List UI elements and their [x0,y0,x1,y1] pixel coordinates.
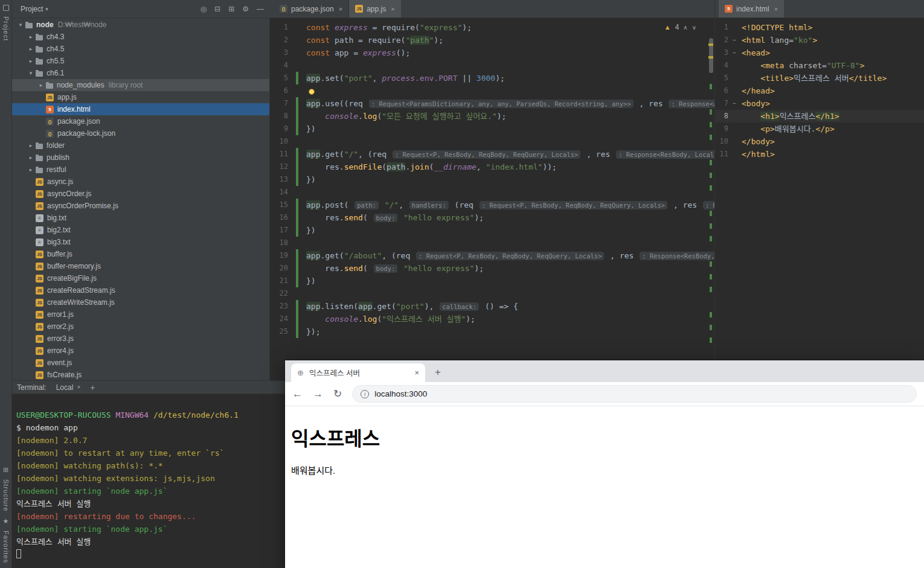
close-icon[interactable]: × [77,384,80,391]
settings-icon[interactable]: ⚙ [242,5,249,13]
tree-item-buffer-memory.js[interactable]: JSbuffer-memory.js [12,260,269,272]
tree-item-error3.js[interactable]: JSerror3.js [12,333,269,345]
inspections-widget[interactable]: ▲ 4 ∧ ∨ [664,23,696,31]
terminal-tab-local[interactable]: Local × [56,383,81,392]
chevron-down-icon[interactable]: ▾ [16,22,25,28]
code-line-7[interactable]: 7−<body> [715,97,924,110]
next-warning-icon[interactable]: ∨ [692,24,696,31]
code-line-13[interactable]: 13}) [270,173,714,186]
code-line-8[interactable]: 8 <h1>익스프레스</h1> [715,110,924,123]
refresh-button[interactable]: ↻ [333,388,342,400]
tree-item-publish[interactable]: ▸publish [12,152,269,164]
code-line-22[interactable]: 22 [270,287,714,300]
address-bar[interactable]: i localhost:3000 [352,385,917,403]
code-line-20[interactable]: 20 res.send( body: "hello express"); [270,262,714,275]
tree-item-buffer.js[interactable]: JSbuffer.js [12,248,269,260]
close-icon[interactable]: × [391,5,394,13]
expand-all-icon[interactable]: ⊞ [228,5,234,13]
code-line-18[interactable]: 18 [270,237,714,249]
code-line-4[interactable]: 4 [270,59,714,72]
code-line-23[interactable]: 23app.listen(app.get("port"), callback: … [270,300,714,313]
editor-tab-package.json[interactable]: {}package.json× [274,0,349,18]
code-line-10[interactable]: 10 [270,135,714,148]
chevron-right-icon[interactable]: ▸ [26,167,36,173]
toolwindow-label-structure[interactable]: Structure [2,479,10,512]
code-line-10[interactable]: 10</body> [715,135,924,148]
code-line-9[interactable]: 9 <p>배워봅시다.</p> [715,123,924,135]
tree-item-asyncOrder.js[interactable]: JSasyncOrder.js [12,188,269,200]
code-line-4[interactable]: 4 <meta charset="UTF-8"> [715,59,924,72]
chevron-right-icon[interactable]: ▸ [26,46,36,52]
code-line-5[interactable]: 5app.set("port", process.env.PORT || 300… [270,72,714,85]
hide-panel-icon[interactable]: — [257,5,264,13]
tree-item-fsCreate.js[interactable]: JSfsCreate.js [12,369,269,380]
tree-item-ch4.3[interactable]: ▸ch4.3 [12,31,269,43]
tree-item-ch4.5[interactable]: ▸ch4.5 [12,43,269,55]
tree-item-big3.txt[interactable]: ≡big3.txt [12,236,269,248]
code-line-6[interactable]: 6 [270,85,714,97]
chevron-right-icon[interactable]: ▸ [26,142,36,148]
code-line-14[interactable]: 14 [270,186,714,199]
code-line-5[interactable]: 5 <title>익스프레스 서버</title> [715,72,924,85]
fold-icon[interactable]: − [731,46,738,59]
code-line-2[interactable]: 2const path = require("path"); [270,34,714,46]
tree-item-async.js[interactable]: JSasync.js [12,176,269,188]
editor-tab-index.html[interactable]: 5index.html× [719,0,784,18]
code-line-21[interactable]: 21}) [270,275,714,287]
stripe-warning-mark[interactable] [708,56,713,59]
editor-tab-app.js[interactable]: JSapp.js× [349,0,401,18]
code-line-16[interactable]: 16 res.send( body: "hello express"); [270,211,714,224]
tree-item-createReadStream.js[interactable]: JScreateReadStream.js [12,284,269,296]
chevron-down-icon[interactable]: ▾ [45,6,48,12]
locate-icon[interactable]: ◎ [201,5,207,13]
code-line-15[interactable]: 15app.post( path: "/", handlers: (req : … [270,199,714,211]
tree-item-package.json[interactable]: {}package.json [12,115,269,127]
collapse-all-icon[interactable]: ⊟ [214,5,220,13]
code-line-19[interactable]: 19app.get("/about", (req : Request<P, Re… [270,249,714,262]
code-line-6[interactable]: 6</head> [715,85,924,97]
code-line-11[interactable]: 11</html> [715,148,924,161]
code-line-7[interactable]: 7app.use((req : Request<ParamsDictionary… [270,97,714,110]
tree-item-folder[interactable]: ▸folder [12,139,269,152]
code-line-24[interactable]: 24 console.log("익스프레스 서버 실행"); [270,313,714,325]
info-icon[interactable]: i [361,390,369,398]
star-icon[interactable]: ★ [3,517,9,525]
code-line-12[interactable]: 12 res.sendFile(path.join(__dirname, "in… [270,161,714,173]
tree-item-ch6.1[interactable]: ▾ch6.1 [12,67,269,79]
close-icon[interactable]: × [339,5,342,13]
intention-bulb-icon[interactable] [309,89,315,95]
back-button[interactable]: ← [292,388,303,400]
fold-icon[interactable]: − [731,97,738,110]
prev-warning-icon[interactable]: ∧ [683,24,687,31]
code-line-1[interactable]: 1<!DOCTYPE html> [715,21,924,34]
tree-item-ch5.5[interactable]: ▸ch5.5 [12,55,269,67]
structure-icon[interactable]: ⊞ [3,466,8,474]
fold-icon[interactable]: − [731,34,738,46]
tree-item-package-lock.json[interactable]: {}package-lock.json [12,127,269,139]
tree-item-event.js[interactable]: JSevent.js [12,357,269,369]
close-icon[interactable]: × [414,368,419,377]
stripe-warning-mark[interactable] [708,43,713,46]
tree-item-big2.txt[interactable]: ≡big2.txt [12,224,269,236]
code-line-17[interactable]: 17}) [270,224,714,237]
code-line-3[interactable]: 3const app = express(); [270,46,714,59]
chevron-right-icon[interactable]: ▸ [26,34,36,40]
tree-item-restful[interactable]: ▸restful [12,164,269,176]
new-terminal-button[interactable]: + [90,383,95,392]
tree-item-big.txt[interactable]: ≡big.txt [12,212,269,224]
tree-item-node[interactable]: ▾nodeD:₩test₩node [12,19,269,31]
code-line-1[interactable]: 1const express = require("express"); [270,21,714,34]
tree-item-error4.js[interactable]: JSerror4.js [12,345,269,357]
tree-item-index.html[interactable]: 5index.html [12,103,269,115]
browser-tab[interactable]: ⊕ 익스프레스 서버 × [291,363,425,382]
close-icon[interactable]: × [774,5,778,13]
project-toolwindow-icon[interactable] [3,5,9,11]
forward-button[interactable]: → [313,388,323,400]
chevron-right-icon[interactable]: ▸ [26,155,36,161]
code-line-8[interactable]: 8 console.log("모든 요청에 실행하고 싶어요."); [270,110,714,123]
chevron-right-icon[interactable]: ▸ [26,58,36,64]
chevron-down-icon[interactable]: ▾ [26,70,36,76]
tree-item-error2.js[interactable]: JSerror2.js [12,321,269,333]
code-line-25[interactable]: 25}); [270,325,714,338]
chevron-right-icon[interactable]: ▸ [36,82,46,88]
